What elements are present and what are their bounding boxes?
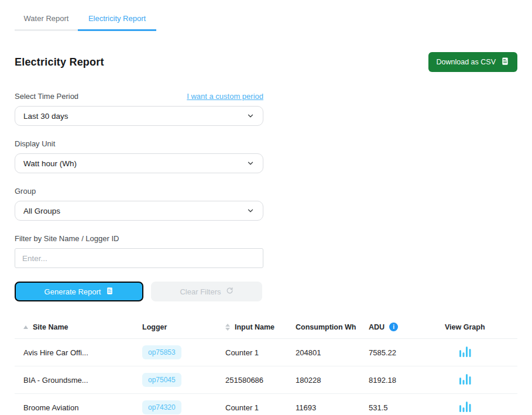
filters-panel: Select Time Period I want a custom perio… bbox=[15, 92, 263, 301]
group-value: All Groups bbox=[23, 207, 60, 215]
page-title: Electricity Report bbox=[15, 56, 104, 68]
sort-icon bbox=[225, 324, 230, 331]
report-table: Site Name Logger Input Name Consumption … bbox=[15, 317, 517, 415]
tab-electricity-report[interactable]: Electricity Report bbox=[78, 9, 156, 31]
display-unit-value: Watt hour (Wh) bbox=[23, 159, 77, 168]
table-header: Site Name Logger Input Name Consumption … bbox=[15, 317, 517, 339]
download-csv-button[interactable]: Download as CSV bbox=[428, 52, 517, 72]
input-name-cell: 251580686 bbox=[225, 376, 296, 385]
column-header-site-name[interactable]: Site Name bbox=[15, 323, 142, 331]
time-period-select[interactable]: Last 30 days bbox=[15, 106, 263, 126]
document-icon bbox=[501, 57, 509, 67]
display-unit-select[interactable]: Watt hour (Wh) bbox=[15, 153, 263, 173]
tab-water-report[interactable]: Water Report bbox=[15, 9, 78, 31]
column-label: Site Name bbox=[33, 323, 68, 331]
table-row: Broome Aviationop74320Counter 111693531.… bbox=[15, 394, 517, 415]
info-icon[interactable]: i bbox=[389, 323, 398, 331]
sort-ascending-icon bbox=[23, 325, 28, 329]
column-label: Consumption Wh bbox=[296, 323, 356, 331]
display-unit-label: Display Unit bbox=[15, 139, 263, 148]
site-name-cell: Avis Hire Car Offi... bbox=[15, 348, 142, 357]
column-header-consumption[interactable]: Consumption Wh bbox=[296, 323, 369, 331]
electricity-report-page: Water Report Electricity Report Electric… bbox=[0, 0, 532, 415]
consumption-cell: 11693 bbox=[296, 403, 369, 412]
document-icon bbox=[106, 287, 114, 297]
site-name-cell: BIA - Groundsme... bbox=[15, 376, 142, 385]
table-row: BIA - Groundsme...op75045251580686180228… bbox=[15, 366, 517, 394]
generate-report-label: Generate Report bbox=[44, 287, 101, 296]
time-period-group: Select Time Period I want a custom perio… bbox=[15, 92, 263, 126]
chevron-down-icon bbox=[246, 112, 255, 120]
logger-cell: op75853 bbox=[142, 345, 225, 359]
column-label: View Graph bbox=[445, 323, 485, 331]
input-name-cell: Counter 1 bbox=[225, 403, 296, 412]
column-header-view-graph: View Graph bbox=[445, 323, 517, 331]
column-header-logger[interactable]: Logger bbox=[142, 323, 225, 331]
filter-actions: Generate Report Clear Filters bbox=[15, 282, 263, 301]
column-label: Input Name bbox=[235, 323, 274, 331]
logger-badge[interactable]: op75045 bbox=[142, 373, 181, 387]
group-select[interactable]: All Groups bbox=[15, 201, 263, 221]
search-group: Filter by Site Name / Logger ID bbox=[15, 234, 263, 268]
column-label: Logger bbox=[142, 323, 167, 331]
group-group: Group All Groups bbox=[15, 187, 263, 221]
adu-cell: 531.5 bbox=[369, 403, 445, 412]
logger-cell: op74320 bbox=[142, 400, 225, 414]
search-input[interactable] bbox=[15, 248, 263, 268]
logger-badge[interactable]: op74320 bbox=[142, 400, 181, 414]
table-row: Avis Hire Car Offi...op75853Counter 1204… bbox=[15, 339, 517, 366]
table-body: Avis Hire Car Offi...op75853Counter 1204… bbox=[15, 339, 517, 415]
search-label: Filter by Site Name / Logger ID bbox=[15, 234, 263, 243]
input-name-cell: Counter 1 bbox=[225, 348, 296, 357]
download-csv-label: Download as CSV bbox=[437, 58, 496, 66]
custom-period-link[interactable]: I want a custom period bbox=[187, 92, 263, 101]
report-tabs: Water Report Electricity Report bbox=[15, 9, 517, 31]
column-header-input-name[interactable]: Input Name bbox=[225, 323, 296, 331]
site-name-cell: Broome Aviation bbox=[15, 403, 142, 412]
consumption-cell: 180228 bbox=[296, 376, 369, 385]
consumption-cell: 204801 bbox=[296, 348, 369, 357]
generate-report-button[interactable]: Generate Report bbox=[15, 282, 143, 301]
clear-filters-label: Clear Filters bbox=[180, 287, 221, 296]
display-unit-group: Display Unit Watt hour (Wh) bbox=[15, 139, 263, 173]
page-header: Electricity Report Download as CSV bbox=[15, 52, 517, 72]
time-period-value: Last 30 days bbox=[23, 112, 68, 121]
bar-chart-icon[interactable] bbox=[445, 372, 472, 386]
bar-chart-icon[interactable] bbox=[445, 345, 472, 359]
clear-filters-button[interactable]: Clear Filters bbox=[151, 282, 262, 301]
chevron-down-icon bbox=[246, 207, 255, 215]
adu-cell: 7585.22 bbox=[369, 348, 445, 357]
column-label: ADU bbox=[369, 323, 385, 331]
logger-cell: op75045 bbox=[142, 373, 225, 387]
time-period-label: Select Time Period bbox=[15, 92, 78, 101]
group-label: Group bbox=[15, 187, 263, 196]
refresh-icon bbox=[226, 287, 234, 296]
bar-chart-icon[interactable] bbox=[445, 400, 472, 414]
chevron-down-icon bbox=[246, 159, 255, 167]
adu-cell: 8192.18 bbox=[369, 376, 445, 385]
column-header-adu[interactable]: ADU i bbox=[369, 323, 445, 331]
logger-badge[interactable]: op75853 bbox=[142, 345, 181, 359]
